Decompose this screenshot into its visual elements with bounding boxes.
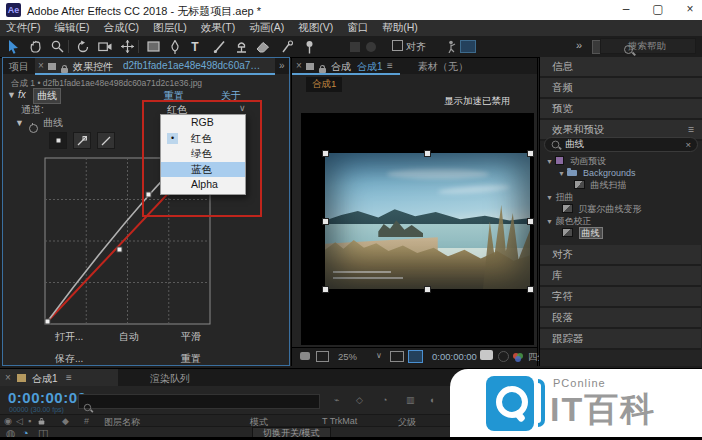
comp-timecode[interactable]: 0:00:00:00 (432, 351, 477, 362)
draft-3d-icon[interactable]: ◇ (356, 395, 363, 405)
zoom-chevron-icon[interactable]: ∨ (376, 351, 382, 360)
curve-pencil-tool-button[interactable] (73, 132, 91, 149)
toolbar-overflow-icon[interactable]: » (576, 39, 582, 51)
tab-composition[interactable]: 合成 (331, 60, 351, 74)
tree-folder-backgrounds[interactable]: ▼ Backgrounds (540, 167, 701, 179)
clear-search-icon[interactable]: × (685, 139, 691, 150)
selection-tool-icon[interactable] (4, 38, 22, 55)
tree-item-bezier-warp[interactable]: 贝塞尔曲线变形 (540, 203, 701, 215)
column-layer-name[interactable]: 图层名称 (104, 416, 140, 429)
frame-blending-icon[interactable]: ▥ (406, 395, 415, 405)
selection-handle[interactable] (527, 286, 534, 293)
close-tab-icon[interactable]: × (5, 372, 11, 383)
snapshot-icon[interactable] (300, 352, 310, 360)
selection-handle[interactable] (424, 286, 431, 293)
rotation-tool-icon[interactable] (74, 38, 92, 55)
selection-handle[interactable] (424, 150, 431, 157)
expander-icon[interactable]: ▼ (558, 170, 565, 177)
dropdown-item-rgb[interactable]: RGB (161, 115, 245, 131)
curves-expander-icon[interactable]: ▼ (15, 118, 24, 128)
camera-tool-icon[interactable] (96, 38, 114, 55)
safe-margins-icon[interactable] (390, 351, 404, 362)
pan-behind-tool-icon[interactable] (118, 38, 136, 55)
menu-layer[interactable]: 图层(L) (153, 21, 187, 35)
panel-paragraph[interactable]: 段落 (540, 308, 701, 329)
tab-effect-controls[interactable]: × 效果控件 d2fb1fade1ae48e498dc60a71d2c1e36.… (35, 58, 275, 74)
viewer-comp-tab[interactable]: 合成1 (306, 77, 342, 92)
menu-view[interactable]: 视图(V) (298, 21, 333, 35)
selection-handle[interactable] (322, 218, 329, 225)
column-trkmat[interactable]: T TrkMat (322, 416, 357, 426)
effect-name-chip[interactable]: 曲线 (33, 88, 61, 104)
panel-tracker[interactable]: 跟踪器 (540, 329, 701, 350)
panel-menu-icon[interactable]: ≡ (387, 60, 393, 71)
clone-stamp-tool-icon[interactable] (232, 38, 250, 55)
menu-composition[interactable]: 合成(C) (103, 21, 139, 35)
menu-help[interactable]: 帮助(H) (382, 21, 418, 35)
panel-libraries[interactable]: 库 (540, 266, 701, 287)
tab-project[interactable]: 项目 (9, 60, 29, 74)
brush-tool-icon[interactable] (210, 38, 228, 55)
reset-button[interactable]: 重置 (181, 352, 201, 366)
roto-brush-tool-icon[interactable] (278, 38, 296, 55)
panel-menu-icon[interactable]: ≡ (66, 372, 72, 383)
puppet-pin-tool-icon[interactable] (300, 38, 318, 55)
tab-footage[interactable]: 素材（无） (418, 60, 468, 74)
tree-group-animation-presets[interactable]: ▼ 动画预设 (540, 155, 701, 167)
curve-point-tool-button[interactable] (49, 132, 67, 149)
timeline-search-field[interactable] (78, 394, 320, 409)
menu-effect[interactable]: 效果(T) (201, 21, 235, 35)
camera-icon[interactable] (480, 350, 493, 360)
minimize-button[interactable]: – (612, 0, 640, 20)
channel-select-chevron-icon[interactable]: ∨ (239, 103, 246, 113)
expander-icon[interactable]: ▼ (546, 194, 553, 201)
maximize-button[interactable]: ▢ (644, 0, 672, 20)
snap-checkbox-box[interactable] (392, 40, 403, 51)
smooth-button[interactable]: 平滑 (181, 330, 201, 344)
eraser-tool-icon[interactable] (254, 38, 272, 55)
effects-search-field[interactable]: 曲线 × (544, 137, 698, 152)
panel-preview[interactable]: 预览 (540, 99, 702, 120)
column-parent[interactable]: 父级 (398, 416, 416, 429)
open-button[interactable]: 打开... (55, 330, 83, 344)
close-tab-icon[interactable]: × (296, 60, 302, 71)
reset-link[interactable]: 重置 (164, 89, 184, 103)
selection-handle[interactable] (322, 150, 329, 157)
snap-checkbox[interactable]: 对齐 (392, 40, 426, 54)
dropdown-item-green[interactable]: 绿色 (161, 146, 245, 162)
panel-overflow-icon[interactable]: » (279, 60, 285, 71)
shy-layers-icon[interactable]: ◔ (382, 395, 387, 405)
zoom-level-select[interactable]: 25% (338, 351, 357, 362)
expander-icon[interactable]: ▼ (546, 158, 553, 165)
zoom-tool-icon[interactable] (48, 38, 66, 55)
channels-rgb-icon[interactable] (512, 352, 524, 364)
help-search-field[interactable]: 搜索帮助 (600, 38, 696, 54)
selection-handle[interactable] (527, 150, 534, 157)
menu-edit[interactable]: 编辑(E) (54, 21, 89, 35)
dropdown-item-red[interactable]: • 红色 (161, 131, 245, 147)
menu-animation[interactable]: 动画(A) (249, 21, 284, 35)
close-button[interactable]: × (676, 0, 702, 20)
pen-tool-icon[interactable] (166, 38, 184, 55)
selection-handle[interactable] (527, 218, 534, 225)
expander-icon[interactable]: ▼ (546, 218, 553, 225)
panel-info[interactable]: 信息 (540, 57, 702, 78)
mask-visibility-icon[interactable] (408, 350, 423, 363)
tree-label-selected[interactable]: 曲线 (579, 227, 603, 239)
tree-group-color-correction[interactable]: ▼ 颜色校正 (540, 215, 701, 227)
composition-flowchart-icon[interactable]: ⌁ (334, 395, 339, 405)
curve-line-tool-button[interactable] (97, 132, 115, 149)
tab-timeline-comp[interactable]: × 合成1 ≡ (0, 369, 118, 386)
layer-image[interactable] (325, 153, 530, 289)
dropdown-item-blue[interactable]: 蓝色 (161, 162, 245, 178)
menu-window[interactable]: 窗口 (347, 21, 368, 35)
tab-composition-name[interactable]: 合成1 (357, 60, 383, 74)
motion-blur-icon[interactable]: ◐ (430, 395, 435, 405)
tab-render-queue[interactable]: 渲染队列 (150, 372, 190, 386)
tree-group-distort[interactable]: ▼ 扭曲 (540, 191, 701, 203)
panel-audio[interactable]: 音频 (540, 78, 702, 99)
stopwatch-icon[interactable] (29, 124, 38, 133)
dropdown-item-alpha[interactable]: Alpha (161, 177, 245, 193)
panel-align[interactable]: 对齐 (540, 245, 701, 266)
monitor-icon[interactable] (316, 351, 329, 362)
